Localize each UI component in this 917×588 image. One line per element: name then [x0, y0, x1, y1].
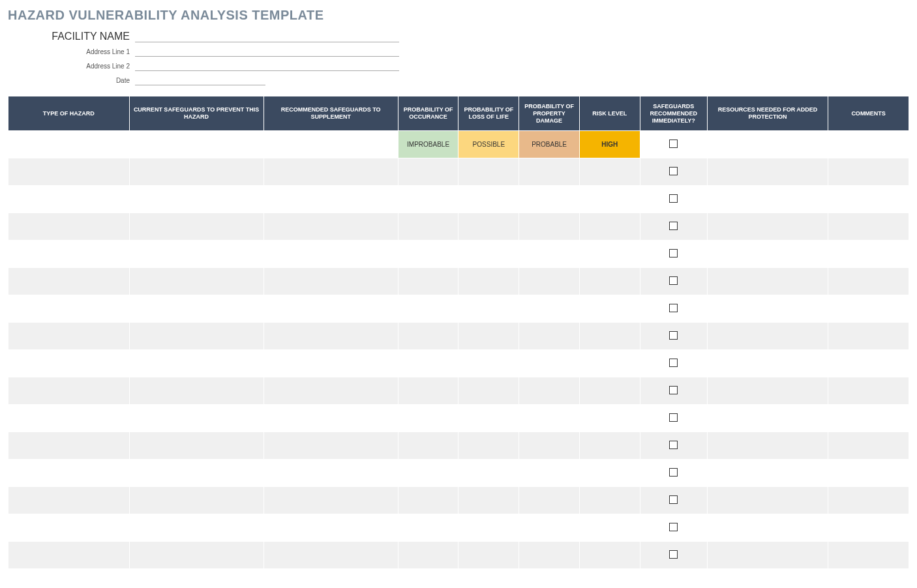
immediate-checkbox[interactable] [669, 550, 678, 559]
cell-prob-loss-life[interactable] [458, 241, 519, 268]
cell-prob-occurrence[interactable] [398, 350, 458, 377]
cell-risk-level[interactable] [579, 186, 640, 213]
cell-recommended-safeguards[interactable] [263, 131, 398, 158]
cell-prob-property-damage[interactable] [519, 323, 580, 350]
cell-risk-level[interactable]: HIGH [579, 131, 640, 158]
cell-comments[interactable] [828, 323, 909, 350]
cell-prob-occurrence[interactable] [398, 487, 458, 514]
cell-type-of-hazard[interactable] [8, 460, 130, 487]
cell-current-safeguards[interactable] [129, 158, 263, 186]
cell-current-safeguards[interactable] [129, 186, 263, 213]
cell-prob-occurrence[interactable] [398, 542, 458, 569]
cell-prob-property-damage[interactable] [519, 158, 580, 186]
immediate-checkbox[interactable] [669, 495, 678, 504]
cell-comments[interactable] [828, 460, 909, 487]
cell-resources-needed[interactable] [707, 432, 828, 460]
cell-prob-loss-life[interactable] [458, 213, 519, 241]
cell-prob-loss-life[interactable] [458, 432, 519, 460]
cell-resources-needed[interactable] [707, 377, 828, 405]
immediate-checkbox[interactable] [669, 359, 678, 367]
immediate-checkbox[interactable] [669, 304, 678, 312]
immediate-checkbox[interactable] [669, 523, 678, 531]
cell-prob-occurrence[interactable] [398, 241, 458, 268]
cell-comments[interactable] [828, 432, 909, 460]
cell-current-safeguards[interactable] [129, 350, 263, 377]
cell-prob-property-damage[interactable] [519, 432, 580, 460]
cell-prob-property-damage[interactable] [519, 460, 580, 487]
cell-type-of-hazard[interactable] [8, 158, 130, 186]
cell-prob-occurrence[interactable] [398, 213, 458, 241]
cell-resources-needed[interactable] [707, 295, 828, 323]
cell-resources-needed[interactable] [707, 186, 828, 213]
cell-risk-level[interactable] [579, 487, 640, 514]
cell-resources-needed[interactable] [707, 487, 828, 514]
cell-resources-needed[interactable] [707, 268, 828, 295]
cell-risk-level[interactable] [579, 158, 640, 186]
cell-prob-occurrence[interactable] [398, 158, 458, 186]
cell-current-safeguards[interactable] [129, 377, 263, 405]
cell-current-safeguards[interactable] [129, 432, 263, 460]
cell-risk-level[interactable] [579, 350, 640, 377]
cell-prob-occurrence[interactable] [398, 460, 458, 487]
cell-recommended-safeguards[interactable] [263, 405, 398, 432]
cell-recommended-safeguards[interactable] [263, 186, 398, 213]
cell-type-of-hazard[interactable] [8, 377, 130, 405]
cell-prob-loss-life[interactable] [458, 405, 519, 432]
cell-comments[interactable] [828, 158, 909, 186]
cell-resources-needed[interactable] [707, 158, 828, 186]
immediate-checkbox[interactable] [669, 331, 678, 340]
cell-type-of-hazard[interactable] [8, 487, 130, 514]
cell-current-safeguards[interactable] [129, 487, 263, 514]
cell-current-safeguards[interactable] [129, 131, 263, 158]
cell-resources-needed[interactable] [707, 350, 828, 377]
cell-current-safeguards[interactable] [129, 213, 263, 241]
cell-recommended-safeguards[interactable] [263, 323, 398, 350]
cell-risk-level[interactable] [579, 213, 640, 241]
cell-prob-loss-life[interactable] [458, 350, 519, 377]
cell-prob-occurrence[interactable] [398, 323, 458, 350]
cell-prob-occurrence[interactable] [398, 295, 458, 323]
cell-risk-level[interactable] [579, 323, 640, 350]
cell-risk-level[interactable] [579, 377, 640, 405]
cell-prob-loss-life[interactable] [458, 460, 519, 487]
cell-risk-level[interactable] [579, 405, 640, 432]
cell-type-of-hazard[interactable] [8, 542, 130, 569]
cell-prob-occurrence[interactable] [398, 514, 458, 542]
cell-resources-needed[interactable] [707, 460, 828, 487]
facility-name-input[interactable] [135, 31, 399, 42]
cell-recommended-safeguards[interactable] [263, 432, 398, 460]
cell-comments[interactable] [828, 186, 909, 213]
cell-prob-loss-life[interactable] [458, 323, 519, 350]
cell-prob-loss-life[interactable] [458, 158, 519, 186]
cell-prob-property-damage[interactable] [519, 405, 580, 432]
cell-prob-loss-life[interactable] [458, 514, 519, 542]
cell-prob-occurrence[interactable] [398, 186, 458, 213]
cell-comments[interactable] [828, 514, 909, 542]
cell-current-safeguards[interactable] [129, 542, 263, 569]
cell-prob-loss-life[interactable] [458, 295, 519, 323]
cell-prob-loss-life[interactable]: POSSIBLE [458, 131, 519, 158]
cell-resources-needed[interactable] [707, 323, 828, 350]
address1-input[interactable] [135, 45, 399, 57]
immediate-checkbox[interactable] [669, 167, 678, 175]
cell-comments[interactable] [828, 377, 909, 405]
immediate-checkbox[interactable] [669, 222, 678, 230]
cell-prob-property-damage[interactable]: PROBABLE [519, 131, 580, 158]
cell-prob-property-damage[interactable] [519, 350, 580, 377]
cell-recommended-safeguards[interactable] [263, 158, 398, 186]
cell-type-of-hazard[interactable] [8, 241, 130, 268]
immediate-checkbox[interactable] [669, 194, 678, 203]
immediate-checkbox[interactable] [669, 441, 678, 449]
cell-prob-property-damage[interactable] [519, 487, 580, 514]
cell-prob-loss-life[interactable] [458, 268, 519, 295]
cell-recommended-safeguards[interactable] [263, 268, 398, 295]
cell-resources-needed[interactable] [707, 514, 828, 542]
cell-comments[interactable] [828, 405, 909, 432]
cell-current-safeguards[interactable] [129, 460, 263, 487]
cell-comments[interactable] [828, 241, 909, 268]
cell-recommended-safeguards[interactable] [263, 377, 398, 405]
cell-prob-property-damage[interactable] [519, 295, 580, 323]
address2-input[interactable] [135, 59, 399, 71]
date-input[interactable] [135, 74, 265, 85]
immediate-checkbox[interactable] [669, 468, 678, 477]
